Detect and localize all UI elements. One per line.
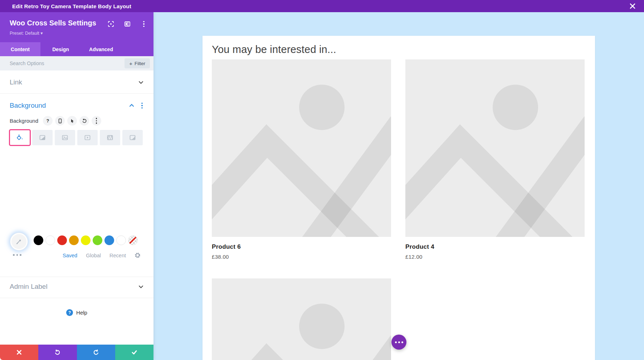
section-link-title: Link — [10, 78, 22, 86]
product-price: £12.00 — [405, 254, 423, 260]
product-image-placeholder[interactable] — [405, 59, 585, 237]
chevron-down-icon — [138, 284, 144, 290]
focus-preview-icon[interactable] — [108, 21, 114, 27]
section-link-toggle[interactable]: Link — [0, 70, 153, 94]
palette-tabs: Saved Global Recent — [63, 252, 141, 258]
cancel-button[interactable] — [0, 345, 38, 360]
admin-label-area: Admin Label — [0, 277, 153, 298]
product-image-placeholder[interactable] — [212, 278, 391, 360]
help-tooltip-icon[interactable]: ? — [43, 116, 53, 126]
palette-tab-global[interactable]: Global — [86, 253, 101, 258]
section-admin-label-toggle[interactable]: Admin Label — [0, 277, 153, 298]
gear-icon[interactable] — [135, 252, 141, 258]
color-swatches — [34, 235, 138, 245]
section-background-toggle[interactable]: Background — [0, 94, 153, 112]
background-type-image[interactable] — [55, 130, 75, 145]
redo-button[interactable] — [77, 345, 115, 360]
background-type-gradient[interactable] — [32, 130, 53, 145]
background-type-tabs — [10, 130, 144, 145]
section-background-title: Background — [10, 102, 46, 110]
swatch-green[interactable] — [93, 235, 102, 245]
swatch-empty[interactable] — [116, 235, 126, 245]
cross-sells-heading: You may be interested in... — [212, 44, 336, 55]
product-image-placeholder[interactable] — [212, 59, 391, 237]
custom-color-picker-button[interactable] — [10, 233, 28, 250]
background-options-menu-icon[interactable] — [140, 102, 144, 109]
split-view-icon[interactable] — [124, 21, 131, 27]
more-options-dots-icon[interactable] — [13, 254, 21, 256]
save-button[interactable] — [115, 345, 153, 360]
cross-sells-section[interactable]: You may be interested in... — [203, 36, 595, 360]
product-price: £38.00 — [212, 254, 229, 260]
topbar-title: Edit Retro Toy Camera Template Body Layo… — [12, 3, 131, 9]
background-type-color[interactable] — [10, 130, 30, 145]
settings-tabs: Content Design Advanced — [0, 42, 153, 56]
builder-topbar: Edit Retro Toy Camera Template Body Layo… — [0, 0, 644, 12]
search-input[interactable] — [10, 60, 125, 66]
reset-icon[interactable] — [79, 116, 89, 126]
tab-content[interactable]: Content — [0, 42, 40, 56]
tab-advanced[interactable]: Advanced — [81, 42, 121, 56]
panel-action-bar — [0, 345, 153, 360]
background-type-mask[interactable] — [122, 130, 143, 145]
section-admin-label-title: Admin Label — [10, 283, 48, 291]
field-menu-icon[interactable] — [92, 116, 101, 126]
palette-tab-recent[interactable]: Recent — [109, 253, 126, 258]
swatch-transparent[interactable] — [128, 235, 138, 245]
tab-design[interactable]: Design — [40, 42, 81, 56]
panel-title: Woo Cross Sells Settings — [10, 19, 96, 27]
swatch-orange[interactable] — [69, 235, 79, 245]
panel-header: Woo Cross Sells Settings Preset: Default… — [0, 12, 153, 42]
search-options-row: + Filter — [0, 56, 153, 70]
product-name[interactable]: Product 4 — [405, 243, 434, 250]
background-type-pattern[interactable] — [100, 130, 120, 145]
background-field-label: Background — [10, 118, 38, 124]
swatch-blue[interactable] — [104, 235, 114, 245]
swatch-red[interactable] — [57, 235, 67, 245]
close-icon[interactable] — [629, 3, 636, 10]
panel-menu-icon[interactable] — [141, 21, 147, 27]
palette-tab-saved[interactable]: Saved — [63, 253, 77, 258]
plus-icon: + — [129, 61, 132, 66]
swatch-black[interactable] — [34, 235, 43, 245]
chevron-down-icon — [138, 79, 144, 85]
responsive-icon[interactable] — [55, 116, 65, 126]
hover-cursor-icon[interactable] — [67, 116, 77, 126]
product-name[interactable]: Product 6 — [212, 243, 241, 250]
preset-selector[interactable]: Preset: Default ▾ — [10, 30, 43, 36]
chevron-up-icon — [129, 103, 135, 108]
caret-down-icon: ▾ — [40, 31, 43, 36]
color-picker-area: Saved Global Recent — [0, 218, 153, 268]
undo-button[interactable] — [38, 345, 77, 360]
swatch-white[interactable] — [45, 235, 55, 245]
background-settings: Background ? — [0, 112, 153, 145]
page-settings-ellipsis-button[interactable] — [391, 335, 406, 350]
preview-canvas: You may be interested in... — [153, 12, 644, 360]
help-button[interactable]: ? Help — [0, 309, 153, 316]
module-settings-panel: Woo Cross Sells Settings Preset: Default… — [0, 12, 153, 360]
filter-button[interactable]: + Filter — [125, 58, 150, 68]
swatch-yellow[interactable] — [81, 235, 91, 245]
help-question-icon: ? — [66, 309, 73, 316]
background-type-video[interactable] — [77, 130, 98, 145]
